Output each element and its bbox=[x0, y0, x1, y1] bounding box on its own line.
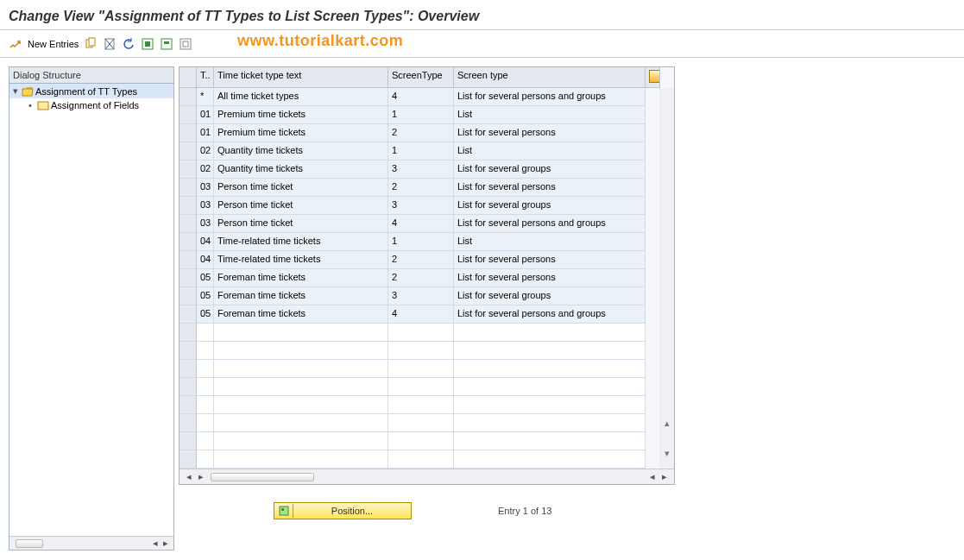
cell-t[interactable] bbox=[197, 414, 214, 432]
cell-screentype-text[interactable]: List for several persons bbox=[454, 251, 646, 269]
tree-hscroll[interactable]: ◂ ▸ bbox=[9, 536, 173, 550]
row-selector[interactable] bbox=[180, 179, 197, 197]
table-row[interactable] bbox=[180, 360, 659, 378]
table-row[interactable]: *All time ticket types4List for several … bbox=[180, 88, 659, 106]
cell-txt[interactable]: Person time ticket bbox=[214, 215, 388, 233]
cell-screentype[interactable] bbox=[388, 342, 454, 360]
cell-screentype[interactable]: 1 bbox=[388, 142, 454, 160]
header-screentype-text[interactable]: Screen type bbox=[454, 67, 646, 88]
cell-screentype-text[interactable] bbox=[454, 342, 646, 360]
row-selector[interactable] bbox=[180, 450, 197, 469]
cell-txt[interactable] bbox=[214, 396, 388, 414]
cell-t[interactable] bbox=[197, 324, 214, 342]
table-row[interactable]: 05Foreman time tickets4List for several … bbox=[180, 305, 659, 324]
cell-txt[interactable] bbox=[214, 432, 388, 450]
cell-t[interactable]: 01 bbox=[197, 106, 214, 124]
cell-txt[interactable]: Foreman time tickets bbox=[214, 305, 388, 324]
table-row[interactable]: 03Person time ticket4List for several pe… bbox=[180, 215, 659, 233]
cell-screentype[interactable] bbox=[388, 432, 454, 450]
cell-screentype-text[interactable]: List for several groups bbox=[454, 287, 646, 305]
cell-screentype-text[interactable] bbox=[454, 378, 646, 396]
cell-screentype-text[interactable] bbox=[454, 414, 646, 432]
cell-txt[interactable]: All time ticket types bbox=[214, 88, 388, 106]
table-row[interactable]: 04Time-related time tickets2List for sev… bbox=[180, 251, 659, 269]
tree-collapse-icon[interactable]: ▾ bbox=[13, 85, 20, 97]
table-row[interactable]: 04Time-related time tickets1List bbox=[180, 233, 659, 251]
table-row[interactable]: 02Quantity time tickets1List bbox=[180, 142, 659, 160]
cell-txt[interactable]: Time-related time tickets bbox=[214, 251, 388, 269]
cell-txt[interactable]: Premium time tickets bbox=[214, 124, 388, 142]
table-row[interactable]: 05Foreman time tickets3List for several … bbox=[180, 287, 659, 305]
cell-screentype[interactable]: 2 bbox=[388, 124, 454, 142]
new-entries-button[interactable]: New Entries bbox=[28, 39, 79, 49]
row-selector[interactable] bbox=[180, 233, 197, 251]
scroll-right-icon[interactable]: ▸ bbox=[658, 471, 671, 482]
cell-t[interactable]: 03 bbox=[197, 215, 214, 233]
scroll-left-icon[interactable]: ◂ bbox=[183, 471, 195, 482]
row-selector[interactable] bbox=[180, 88, 197, 106]
cell-screentype[interactable]: 2 bbox=[388, 251, 454, 269]
cell-screentype-text[interactable]: List for several persons bbox=[454, 124, 646, 142]
table-row[interactable]: 03Person time ticket3List for several gr… bbox=[180, 197, 659, 215]
header-screentype[interactable]: ScreenType bbox=[388, 67, 454, 88]
cell-screentype-text[interactable] bbox=[454, 360, 646, 378]
scroll-left-icon[interactable]: ◂ bbox=[150, 538, 161, 549]
row-selector[interactable] bbox=[180, 396, 197, 414]
cell-screentype-text[interactable]: List for several persons and groups bbox=[454, 88, 646, 106]
table-row[interactable]: 05Foreman time tickets2List for several … bbox=[180, 269, 659, 287]
cell-screentype[interactable]: 3 bbox=[388, 160, 454, 179]
scroll-right-icon[interactable]: ▸ bbox=[161, 538, 171, 549]
row-selector[interactable] bbox=[180, 106, 197, 124]
cell-screentype-text[interactable] bbox=[454, 432, 646, 450]
table-row[interactable] bbox=[180, 378, 659, 396]
cell-screentype-text[interactable]: List bbox=[454, 233, 646, 251]
cell-screentype-text[interactable]: List for several persons and groups bbox=[454, 305, 646, 324]
cell-txt[interactable]: Quantity time tickets bbox=[214, 160, 388, 179]
cell-screentype[interactable] bbox=[388, 396, 454, 414]
cell-screentype[interactable] bbox=[388, 360, 454, 378]
row-selector[interactable] bbox=[180, 378, 197, 396]
cell-screentype-text[interactable]: List for several groups bbox=[454, 197, 646, 215]
cell-screentype-text[interactable]: List bbox=[454, 106, 646, 124]
table-row[interactable] bbox=[180, 342, 659, 360]
row-selector[interactable] bbox=[180, 142, 197, 160]
cell-screentype[interactable]: 4 bbox=[388, 215, 454, 233]
select-block-icon[interactable] bbox=[160, 37, 173, 51]
row-selector[interactable] bbox=[180, 124, 197, 142]
row-selector[interactable] bbox=[180, 324, 197, 342]
delete-icon[interactable] bbox=[103, 37, 117, 51]
cell-screentype[interactable]: 4 bbox=[388, 305, 454, 324]
scroll-down-icon[interactable]: ▾ bbox=[660, 447, 673, 460]
cell-t[interactable]: 03 bbox=[197, 197, 214, 215]
cell-txt[interactable]: Foreman time tickets bbox=[214, 269, 388, 287]
table-row[interactable]: 02Quantity time tickets3List for several… bbox=[180, 160, 659, 179]
cell-txt[interactable] bbox=[214, 342, 388, 360]
cell-txt[interactable] bbox=[214, 378, 388, 396]
header-t[interactable]: T.. bbox=[197, 67, 214, 88]
table-row[interactable]: 01Premium time tickets2List for several … bbox=[180, 124, 659, 142]
cell-t[interactable]: 02 bbox=[197, 142, 214, 160]
cell-t[interactable] bbox=[197, 396, 214, 414]
cell-screentype-text[interactable]: List for several persons bbox=[454, 269, 646, 287]
row-selector[interactable] bbox=[180, 215, 197, 233]
cell-screentype[interactable] bbox=[388, 378, 454, 396]
row-selector[interactable] bbox=[180, 342, 197, 360]
table-row[interactable]: 03Person time ticket2List for several pe… bbox=[180, 179, 659, 197]
row-selector[interactable] bbox=[180, 305, 197, 324]
scroll-handle[interactable] bbox=[16, 539, 43, 548]
cell-t[interactable] bbox=[197, 450, 214, 469]
cell-screentype[interactable] bbox=[388, 450, 454, 469]
cell-screentype[interactable] bbox=[388, 414, 454, 432]
table-row[interactable] bbox=[180, 450, 659, 469]
cell-t[interactable] bbox=[197, 432, 214, 450]
select-all-icon[interactable] bbox=[141, 37, 154, 51]
row-selector[interactable] bbox=[180, 160, 197, 179]
row-selector[interactable] bbox=[180, 287, 197, 305]
undo-icon[interactable] bbox=[122, 37, 135, 51]
cell-txt[interactable]: Foreman time tickets bbox=[214, 287, 388, 305]
cell-screentype[interactable]: 3 bbox=[388, 287, 454, 305]
cell-screentype-text[interactable] bbox=[454, 324, 646, 342]
row-selector[interactable] bbox=[180, 269, 197, 287]
scroll-right-icon[interactable]: ▸ bbox=[195, 471, 207, 482]
cell-t[interactable]: 04 bbox=[197, 251, 214, 269]
